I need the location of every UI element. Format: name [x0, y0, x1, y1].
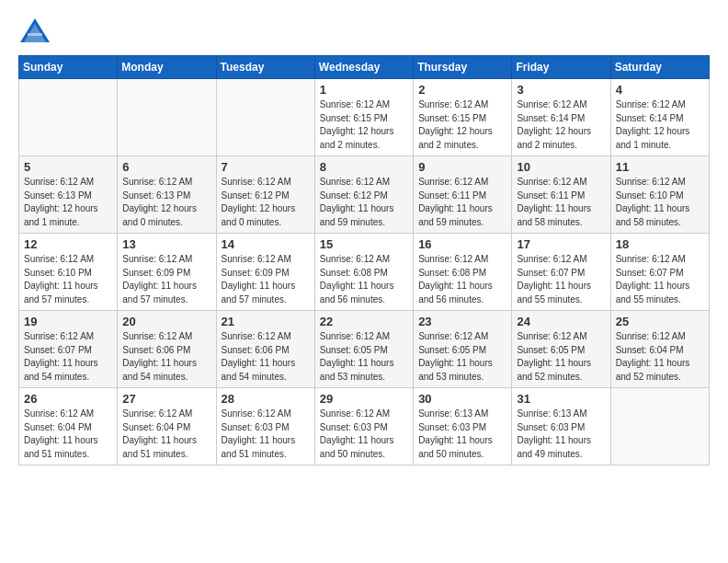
calendar-cell [118, 79, 216, 156]
day-number: 29 [320, 392, 408, 406]
day-info: Sunrise: 6:12 AMSunset: 6:04 PMDaylight:… [616, 330, 704, 384]
calendar-cell: 30Sunrise: 6:13 AMSunset: 6:03 PMDayligh… [414, 388, 512, 465]
calendar-cell: 12Sunrise: 6:12 AMSunset: 6:10 PMDayligh… [19, 234, 118, 311]
day-number: 30 [418, 392, 506, 406]
day-info: Sunrise: 6:12 AMSunset: 6:10 PMDaylight:… [616, 176, 704, 229]
day-info: Sunrise: 6:12 AMSunset: 6:11 PMDaylight:… [517, 176, 605, 229]
day-info: Sunrise: 6:12 AMSunset: 6:08 PMDaylight:… [320, 253, 408, 306]
calendar-cell [216, 79, 314, 156]
calendar-cell: 1Sunrise: 6:12 AMSunset: 6:15 PMDaylight… [314, 79, 413, 156]
day-info: Sunrise: 6:12 AMSunset: 6:05 PMDaylight:… [320, 330, 408, 384]
day-info: Sunrise: 6:12 AMSunset: 6:06 PMDaylight:… [122, 330, 210, 384]
calendar-cell: 27Sunrise: 6:12 AMSunset: 6:04 PMDayligh… [118, 388, 216, 465]
calendar-cell: 11Sunrise: 6:12 AMSunset: 6:10 PMDayligh… [610, 156, 709, 234]
day-number: 21 [222, 315, 310, 328]
day-info: Sunrise: 6:12 AMSunset: 6:12 PMDaylight:… [320, 176, 408, 229]
week-row-2: 5Sunrise: 6:12 AMSunset: 6:13 PMDaylight… [19, 156, 710, 234]
calendar-cell: 3Sunrise: 6:12 AMSunset: 6:14 PMDaylight… [512, 79, 610, 156]
weekday-header-monday: Monday [118, 56, 216, 79]
day-number: 18 [616, 237, 704, 251]
logo-icon [18, 17, 51, 46]
day-number: 19 [24, 315, 112, 328]
day-number: 13 [122, 237, 210, 251]
day-number: 27 [122, 392, 210, 406]
day-info: Sunrise: 6:12 AMSunset: 6:05 PMDaylight:… [418, 330, 506, 384]
calendar-cell: 5Sunrise: 6:12 AMSunset: 6:13 PMDaylight… [19, 156, 118, 234]
day-info: Sunrise: 6:12 AMSunset: 6:10 PMDaylight:… [24, 253, 112, 306]
day-number: 28 [222, 392, 310, 406]
weekday-header-tuesday: Tuesday [216, 56, 314, 79]
day-info: Sunrise: 6:12 AMSunset: 6:14 PMDaylight:… [616, 98, 704, 152]
day-number: 16 [418, 237, 506, 251]
calendar-cell: 23Sunrise: 6:12 AMSunset: 6:05 PMDayligh… [414, 311, 512, 388]
calendar-cell: 18Sunrise: 6:12 AMSunset: 6:07 PMDayligh… [610, 234, 709, 311]
day-number: 11 [616, 160, 704, 174]
calendar-cell: 29Sunrise: 6:12 AMSunset: 6:03 PMDayligh… [314, 388, 413, 465]
day-number: 22 [320, 315, 408, 328]
weekday-header-thursday: Thursday [414, 56, 512, 79]
calendar-cell: 24Sunrise: 6:12 AMSunset: 6:05 PMDayligh… [512, 311, 610, 388]
day-number: 6 [122, 160, 210, 174]
calendar-cell: 21Sunrise: 6:12 AMSunset: 6:06 PMDayligh… [216, 311, 314, 388]
day-number: 20 [122, 315, 210, 328]
week-row-1: 1Sunrise: 6:12 AMSunset: 6:15 PMDaylight… [19, 79, 710, 156]
day-info: Sunrise: 6:12 AMSunset: 6:13 PMDaylight:… [122, 176, 210, 229]
day-number: 3 [517, 83, 605, 97]
calendar-cell: 9Sunrise: 6:12 AMSunset: 6:11 PMDaylight… [414, 156, 512, 234]
day-number: 7 [222, 160, 310, 174]
calendar-cell: 19Sunrise: 6:12 AMSunset: 6:07 PMDayligh… [19, 311, 118, 388]
week-row-5: 26Sunrise: 6:12 AMSunset: 6:04 PMDayligh… [19, 388, 710, 465]
day-number: 4 [616, 83, 704, 97]
day-number: 15 [320, 237, 408, 251]
calendar-cell: 22Sunrise: 6:12 AMSunset: 6:05 PMDayligh… [314, 311, 413, 388]
day-number: 12 [24, 237, 112, 251]
calendar-cell: 25Sunrise: 6:12 AMSunset: 6:04 PMDayligh… [610, 311, 709, 388]
day-number: 5 [24, 160, 112, 174]
day-number: 23 [418, 315, 506, 328]
calendar-cell [610, 388, 709, 465]
day-number: 24 [517, 315, 605, 328]
calendar-cell: 4Sunrise: 6:12 AMSunset: 6:14 PMDaylight… [610, 79, 709, 156]
day-number: 26 [24, 392, 112, 406]
day-info: Sunrise: 6:12 AMSunset: 6:09 PMDaylight:… [222, 253, 310, 306]
day-info: Sunrise: 6:12 AMSunset: 6:06 PMDaylight:… [222, 330, 310, 384]
day-info: Sunrise: 6:12 AMSunset: 6:04 PMDaylight:… [24, 408, 112, 461]
day-info: Sunrise: 6:12 AMSunset: 6:13 PMDaylight:… [24, 176, 112, 229]
day-info: Sunrise: 6:12 AMSunset: 6:07 PMDaylight:… [517, 253, 605, 306]
svg-rect-2 [28, 33, 42, 36]
day-number: 31 [517, 392, 605, 406]
day-number: 1 [320, 83, 408, 97]
day-number: 25 [616, 315, 704, 328]
day-info: Sunrise: 6:12 AMSunset: 6:05 PMDaylight:… [517, 330, 605, 384]
calendar-cell: 13Sunrise: 6:12 AMSunset: 6:09 PMDayligh… [118, 234, 216, 311]
day-number: 17 [517, 237, 605, 251]
day-number: 14 [222, 237, 310, 251]
day-number: 10 [517, 160, 605, 174]
calendar-cell [19, 79, 118, 156]
day-info: Sunrise: 6:12 AMSunset: 6:15 PMDaylight:… [418, 98, 506, 152]
page: SundayMondayTuesdayWednesdayThursdayFrid… [0, 0, 728, 563]
day-info: Sunrise: 6:13 AMSunset: 6:03 PMDaylight:… [418, 408, 506, 461]
week-row-4: 19Sunrise: 6:12 AMSunset: 6:07 PMDayligh… [19, 311, 710, 388]
calendar-cell: 7Sunrise: 6:12 AMSunset: 6:12 PMDaylight… [216, 156, 314, 234]
weekday-header-row: SundayMondayTuesdayWednesdayThursdayFrid… [19, 56, 710, 79]
day-info: Sunrise: 6:12 AMSunset: 6:03 PMDaylight:… [222, 408, 310, 461]
weekday-header-saturday: Saturday [610, 56, 709, 79]
calendar-table: SundayMondayTuesdayWednesdayThursdayFrid… [18, 55, 710, 465]
calendar-cell: 31Sunrise: 6:13 AMSunset: 6:03 PMDayligh… [512, 388, 610, 465]
weekday-header-friday: Friday [512, 56, 610, 79]
day-info: Sunrise: 6:12 AMSunset: 6:15 PMDaylight:… [320, 98, 408, 152]
day-info: Sunrise: 6:12 AMSunset: 6:12 PMDaylight:… [222, 176, 310, 229]
day-info: Sunrise: 6:12 AMSunset: 6:09 PMDaylight:… [122, 253, 210, 306]
calendar-cell: 2Sunrise: 6:12 AMSunset: 6:15 PMDaylight… [414, 79, 512, 156]
calendar-cell: 10Sunrise: 6:12 AMSunset: 6:11 PMDayligh… [512, 156, 610, 234]
calendar-cell: 8Sunrise: 6:12 AMSunset: 6:12 PMDaylight… [314, 156, 413, 234]
day-info: Sunrise: 6:12 AMSunset: 6:04 PMDaylight:… [122, 408, 210, 461]
calendar-cell: 28Sunrise: 6:12 AMSunset: 6:03 PMDayligh… [216, 388, 314, 465]
calendar-cell: 6Sunrise: 6:12 AMSunset: 6:13 PMDaylight… [118, 156, 216, 234]
weekday-header-wednesday: Wednesday [314, 56, 413, 79]
day-info: Sunrise: 6:12 AMSunset: 6:07 PMDaylight:… [616, 253, 704, 306]
day-info: Sunrise: 6:12 AMSunset: 6:11 PMDaylight:… [418, 176, 506, 229]
calendar-cell: 16Sunrise: 6:12 AMSunset: 6:08 PMDayligh… [414, 234, 512, 311]
calendar-cell: 14Sunrise: 6:12 AMSunset: 6:09 PMDayligh… [216, 234, 314, 311]
